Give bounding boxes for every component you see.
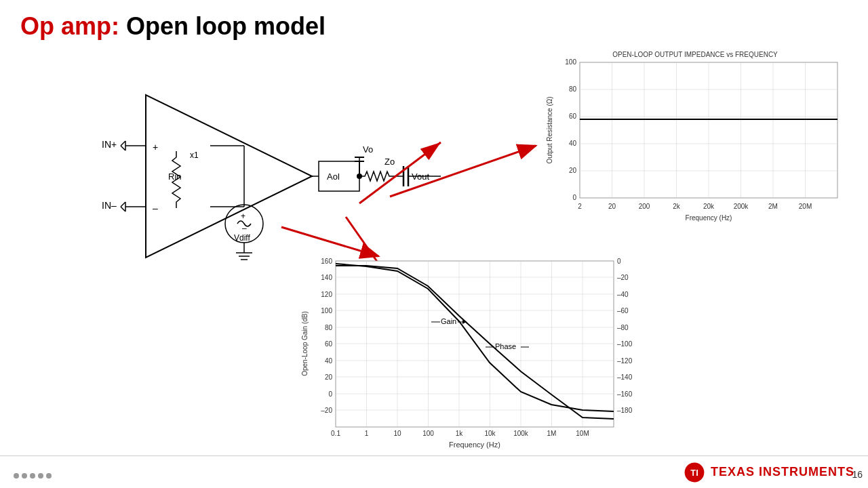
svg-text:20k: 20k [703,203,715,210]
svg-text:Gain: Gain [441,317,456,325]
svg-text:60: 60 [569,113,577,120]
svg-text:2: 2 [578,203,582,210]
svg-text:–180: –180 [617,407,633,414]
svg-text:100: 100 [321,307,332,314]
title-highlight: Op amp: [20,12,119,40]
slide-number: 16 [852,469,863,480]
svg-text:Open-Loop Gain (dB): Open-Loop Gain (dB) [301,311,309,376]
svg-text:20: 20 [569,167,577,174]
svg-text:–: – [153,203,158,214]
svg-text:80: 80 [569,85,577,93]
svg-text:0.1: 0.1 [331,430,340,437]
footer: TI TEXAS INSTRUMENTS [0,455,868,488]
svg-text:Vo: Vo [363,144,373,155]
svg-text:10: 10 [393,430,401,437]
svg-text:40: 40 [569,140,577,147]
svg-text:2M: 2M [768,203,778,210]
impedance-chart: OPEN-LOOP OUTPUT IMPEDANCE vs FREQUENCY … [542,47,848,251]
svg-text:1M: 1M [547,430,557,437]
svg-text:x1: x1 [190,150,199,160]
svg-line-5 [121,146,125,150]
nav-dot-3[interactable] [30,473,35,479]
svg-text:–40: –40 [617,291,629,298]
svg-rect-76 [336,261,614,427]
svg-text:0: 0 [572,194,576,201]
svg-text:0: 0 [328,390,332,398]
svg-line-10 [121,207,125,211]
svg-text:100: 100 [565,58,576,66]
svg-text:0: 0 [617,258,621,265]
nav-dot-5[interactable] [46,473,52,479]
svg-text:Vdiff: Vdiff [234,233,250,243]
svg-text:IN+: IN+ [102,139,117,150]
svg-text:+: + [241,211,245,221]
ti-logo-icon: TI [684,462,705,483]
svg-text:Output Resistance (Ω): Output Resistance (Ω) [546,96,553,163]
svg-text:2k: 2k [673,203,681,210]
nav-dot-2[interactable] [22,473,27,479]
svg-text:–80: –80 [617,324,629,331]
svg-line-4 [121,141,125,146]
svg-text:10M: 10M [576,430,589,437]
svg-text:–20: –20 [617,274,629,281]
svg-text:10k: 10k [484,430,496,437]
svg-text:–60: –60 [617,307,629,314]
title-rest: Open loop model [119,12,326,40]
svg-text:–120: –120 [617,357,633,365]
svg-text:100: 100 [422,430,434,437]
svg-text:Zo: Zo [384,157,395,167]
svg-text:120: 120 [321,291,332,298]
footer-logo: TI TEXAS INSTRUMENTS [684,462,854,483]
svg-text:160: 160 [321,258,332,265]
svg-text:–: – [242,224,247,233]
svg-text:20: 20 [325,373,333,381]
nav-dot-4[interactable] [38,473,43,479]
svg-text:20M: 20M [799,203,812,210]
svg-text:20: 20 [608,203,616,210]
svg-text:Frequency (Hz): Frequency (Hz) [686,214,732,222]
svg-text:IN–: IN– [102,200,117,211]
svg-text:200k: 200k [734,203,749,210]
nav-dot-1[interactable] [14,473,19,479]
svg-line-9 [121,202,125,207]
svg-text:Frequency (Hz): Frequency (Hz) [449,441,500,449]
svg-text:TI: TI [690,467,698,477]
svg-text:60: 60 [325,340,333,348]
svg-text:Aol: Aol [327,171,340,182]
page-title: Op amp: Open loop model [20,12,326,41]
svg-text:–20: –20 [321,407,332,414]
svg-text:140: 140 [321,274,332,281]
svg-text:200: 200 [639,203,650,210]
svg-text:Phase: Phase [495,342,516,350]
company-name: TEXAS INSTRUMENTS [711,465,854,479]
svg-text:1k: 1k [456,430,464,437]
svg-text:–140: –140 [617,373,633,381]
impedance-chart-title: OPEN-LOOP OUTPUT IMPEDANCE vs FREQUENCY [612,51,778,58]
svg-text:1: 1 [365,430,369,437]
svg-text:40: 40 [325,357,333,365]
svg-text:–160: –160 [617,390,633,398]
svg-text:100k: 100k [513,430,529,437]
svg-text:80: 80 [325,324,333,331]
svg-text:–100: –100 [617,340,633,348]
gain-phase-chart: 160 140 120 100 80 60 40 20 0 –20 0 –20 … [298,251,651,454]
svg-text:+: + [153,142,158,152]
navigation-dots [14,473,52,479]
